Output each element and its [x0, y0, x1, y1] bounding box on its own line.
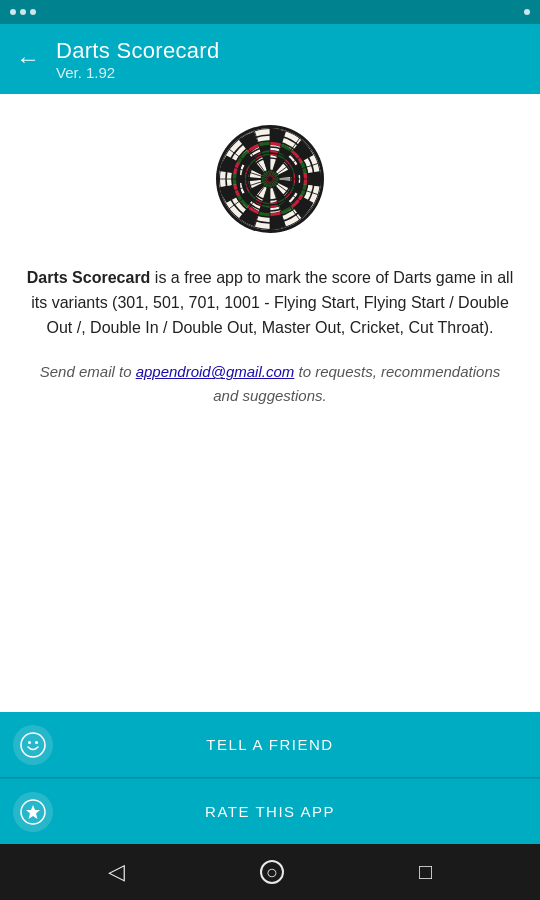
- status-bar: [0, 0, 540, 24]
- app-description: Darts Scorecard is a free app to mark th…: [25, 266, 515, 340]
- wifi-icon: [30, 9, 36, 15]
- header-subtitle: Ver. 1.92: [56, 64, 219, 81]
- signal-icon-2: [20, 9, 26, 15]
- app-name-bold: Darts Scorecard: [27, 269, 151, 286]
- email-link[interactable]: appendroid@gmail.com: [136, 363, 295, 380]
- nav-back-button[interactable]: ◁: [108, 859, 125, 885]
- star-icon-circle: [13, 792, 53, 832]
- battery-icon: [524, 9, 530, 15]
- nav-home-button[interactable]: ○: [260, 860, 284, 884]
- buttons-container: TELL A FRIEND RATE THIS APP: [0, 712, 540, 844]
- tell-friend-button[interactable]: TELL A FRIEND: [0, 712, 540, 778]
- svg-point-28: [21, 733, 45, 757]
- rate-app-label: RATE THIS APP: [65, 803, 540, 820]
- dartboard-image: [215, 124, 325, 234]
- header-text: Darts Scorecard Ver. 1.92: [56, 38, 219, 81]
- tell-friend-icon-area: [0, 725, 65, 765]
- tell-friend-label: TELL A FRIEND: [65, 736, 540, 753]
- rate-app-button[interactable]: RATE THIS APP: [0, 778, 540, 844]
- status-bar-left: [10, 9, 36, 15]
- rate-app-icon-area: [0, 792, 65, 832]
- svg-point-29: [28, 741, 31, 744]
- header-title: Darts Scorecard: [56, 38, 219, 64]
- signal-icon: [10, 9, 16, 15]
- email-section: Send email to appendroid@gmail.com to re…: [30, 360, 510, 407]
- status-bar-right: [524, 9, 530, 15]
- main-content: Darts Scorecard is a free app to mark th…: [0, 94, 540, 712]
- svg-point-30: [35, 741, 38, 744]
- smiley-icon: [20, 732, 46, 758]
- email-prefix: Send email to: [40, 363, 136, 380]
- svg-marker-32: [26, 805, 40, 819]
- header: ← Darts Scorecard Ver. 1.92: [0, 24, 540, 94]
- smiley-icon-circle: [13, 725, 53, 765]
- back-button[interactable]: ←: [16, 45, 40, 73]
- star-icon: [20, 799, 46, 825]
- nav-recent-button[interactable]: □: [419, 859, 432, 885]
- nav-bar: ◁ ○ □: [0, 844, 540, 900]
- dartboard-container: [215, 124, 325, 238]
